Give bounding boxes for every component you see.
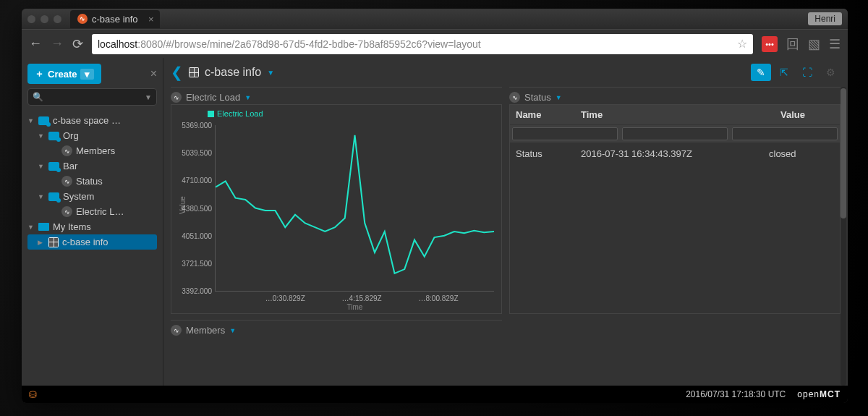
members-dropdown-icon[interactable]: ▼ (229, 327, 236, 334)
extension-icon[interactable]: ••• (762, 36, 778, 52)
app: ＋ Create ▾ × 🔍 ▼ ▼c-base space …▼Org∿Mem… (22, 58, 848, 386)
xlabel: Time (347, 303, 363, 311)
box-icon (38, 116, 49, 125)
scrollbar[interactable] (841, 87, 846, 386)
twisty-icon[interactable]: ▼ (27, 117, 35, 124)
titlebar: ∿ c-base info × Henri (22, 9, 848, 29)
ytick: 4051.000 (172, 232, 212, 239)
status-title: Status (524, 92, 551, 103)
collapse-sidebar-icon[interactable]: × (150, 67, 157, 80)
main: ❮ c-base info ▼ ✎ ⇱ ⛶ ⚙ ∿ (163, 58, 848, 386)
url-host: localhost (98, 38, 137, 50)
telemetry-icon: ∿ (171, 325, 182, 336)
col-name[interactable]: Name (510, 105, 575, 124)
browser-tab[interactable]: ∿ c-base info × (70, 10, 160, 28)
tree-label: Org (63, 130, 157, 141)
database-icon[interactable]: ⛁ (29, 389, 37, 400)
search-dropdown-icon[interactable]: ▼ (145, 93, 152, 101)
close-dot[interactable] (27, 15, 35, 23)
search-icon: 🔍 (33, 92, 43, 102)
ytick: 3392.000 (172, 287, 212, 295)
box-icon (48, 132, 59, 140)
clock: 2016/07/31 17:18:30 UTC (686, 389, 786, 399)
tree-node[interactable]: ▶c-base info (27, 234, 157, 250)
col-time[interactable]: Time (575, 105, 775, 124)
popout-button[interactable]: ⇱ (774, 64, 794, 81)
chart-title: Electric Load (186, 92, 240, 103)
cell-name: Status (516, 148, 581, 159)
folder-icon (38, 223, 49, 231)
status-dropdown-icon[interactable]: ▼ (556, 94, 562, 101)
tree-node[interactable]: ▼Org (27, 128, 157, 143)
tree-label: c-base space … (53, 115, 157, 126)
user-badge[interactable]: Henri (808, 12, 842, 25)
tree-node[interactable]: ▼c-base space … (27, 113, 157, 128)
search-input[interactable]: 🔍 ▼ (27, 88, 157, 106)
title-dropdown-icon[interactable]: ▼ (267, 69, 274, 77)
fullscreen-button[interactable]: ⛶ (797, 64, 817, 81)
twisty-icon[interactable]: ▶ (38, 239, 45, 246)
nav-back-icon[interactable]: ❮ (171, 64, 183, 81)
table-row[interactable]: Status 2016-07-31 16:34:43.397Z closed (510, 143, 840, 165)
layout-icon (48, 237, 59, 247)
gear-icon[interactable]: ⚙ (820, 64, 841, 81)
url-port: :8080 (137, 38, 163, 50)
url-path: /#/browse/mine/2a678d98-67d5-4fd2-bdbe-7… (163, 38, 480, 50)
main-header: ❮ c-base info ▼ ✎ ⇱ ⛶ ⚙ (163, 58, 848, 87)
twisty-icon[interactable]: ▼ (38, 193, 45, 200)
extension2-icon[interactable]: 回 (786, 35, 799, 53)
telem-icon: ∿ (61, 145, 72, 156)
cast-icon[interactable]: ▧ (808, 36, 820, 52)
chart[interactable]: Electric Load Value Time 5369.0005039.50… (171, 104, 502, 314)
tree-node[interactable]: ▼My Items (27, 219, 157, 234)
create-button[interactable]: ＋ Create ▾ (27, 64, 101, 84)
browser-window: ∿ c-base info × Henri ← → ⟳ localhost:80… (22, 9, 848, 403)
xtick: …0:30.829Z (265, 294, 305, 302)
tree-node[interactable]: ∿Electric L… (27, 204, 157, 219)
page-title: c-base info (205, 66, 261, 79)
tab-title: c-base info (92, 14, 138, 25)
cell-value: closed (769, 148, 834, 159)
status-panel: ∿ Status ▼ Name Time Value (509, 87, 841, 314)
box-icon (48, 192, 59, 201)
ytick: 4380.500 (172, 204, 212, 212)
filter-name[interactable] (512, 127, 618, 140)
tree-node[interactable]: ▼Bar (27, 158, 157, 174)
chevron-down-icon[interactable]: ▾ (80, 69, 94, 80)
twisty-icon[interactable]: ▼ (38, 163, 45, 170)
xtick: …8:00.829Z (418, 294, 458, 302)
create-label: Create (48, 69, 77, 80)
chart-dropdown-icon[interactable]: ▼ (244, 94, 251, 101)
tree-label: System (63, 191, 157, 202)
edit-button[interactable]: ✎ (751, 64, 771, 81)
brand: openMCT (797, 389, 841, 399)
ytick: 5039.500 (172, 149, 212, 157)
tree: ▼c-base space …▼Org∿Members▼Bar∿Status▼S… (27, 113, 157, 250)
menu-icon[interactable]: ☰ (829, 36, 841, 52)
address-bar[interactable]: localhost:8080/#/browse/mine/2a678d98-67… (92, 34, 753, 54)
ytick: 5369.000 (172, 122, 212, 130)
filter-time[interactable] (622, 127, 728, 140)
tree-label: Status (76, 176, 157, 187)
tree-label: c-base info (62, 237, 153, 247)
twisty-icon[interactable]: ▼ (27, 224, 35, 231)
close-tab-icon[interactable]: × (148, 14, 154, 25)
tree-node[interactable]: ∿Members (27, 143, 157, 158)
forward-icon: → (51, 36, 64, 51)
filter-value[interactable] (732, 127, 838, 140)
tree-node[interactable]: ▼System (27, 189, 157, 204)
min-dot[interactable] (41, 15, 48, 23)
panels: ∿ Electric Load ▼ Electric Load Value Ti… (163, 87, 848, 386)
bookmark-star-icon[interactable]: ☆ (737, 37, 747, 51)
twisty-icon[interactable]: ▼ (38, 132, 45, 140)
tree-label: Bar (63, 161, 157, 171)
max-dot[interactable] (54, 15, 61, 23)
scroll-thumb[interactable] (841, 88, 846, 218)
reload-icon[interactable]: ⟳ (72, 36, 83, 52)
tree-node[interactable]: ∿Status (27, 174, 157, 189)
window-controls[interactable] (27, 15, 61, 23)
col-value[interactable]: Value (775, 105, 840, 124)
layout-icon (189, 67, 199, 77)
chart-panel: ∿ Electric Load ▼ Electric Load Value Ti… (171, 87, 502, 314)
back-icon[interactable]: ← (29, 36, 42, 51)
